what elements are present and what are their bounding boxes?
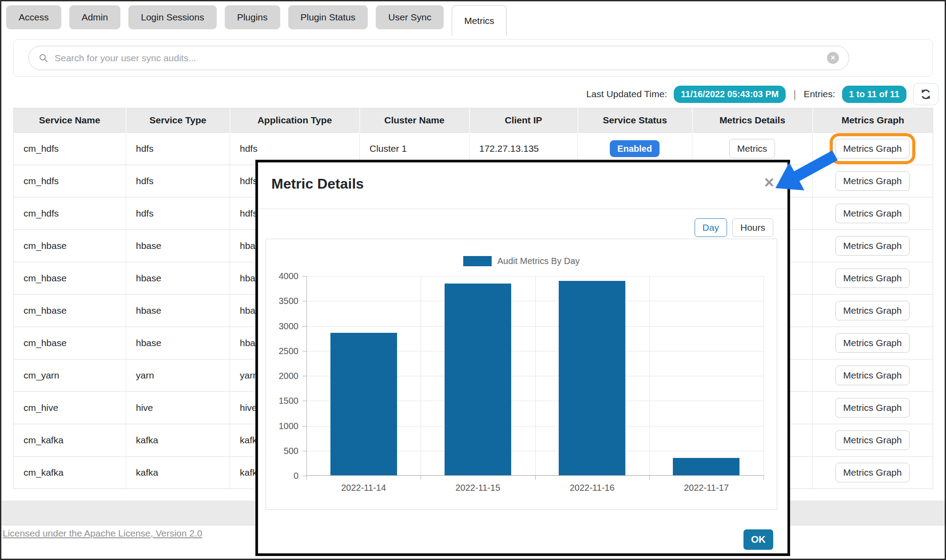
tab-login-sessions[interactable]: Login Sessions: [128, 5, 216, 29]
y-tick-mark: [302, 301, 306, 301]
service-type-cell: hbase: [126, 262, 230, 295]
clear-search-icon[interactable]: ×: [827, 52, 839, 64]
metrics-graph-cell: Metrics Graph: [813, 230, 933, 262]
metric-details-modal: Metric Details × Day Hours Audit Metrics…: [255, 160, 790, 556]
close-icon[interactable]: ×: [764, 174, 774, 191]
metrics-graph-button[interactable]: Metrics Graph: [835, 236, 910, 256]
x-tick-mark: [421, 476, 421, 480]
legend-swatch: [463, 256, 492, 266]
y-tick-label: 500: [284, 446, 298, 456]
search-input[interactable]: [54, 52, 822, 64]
chart-card: Audit Metrics By Day 0500100015002000250…: [266, 239, 777, 510]
service-name-cell: cm_kafka: [14, 457, 126, 489]
tab-plugins[interactable]: Plugins: [225, 5, 280, 29]
service-name-cell: cm_hbase: [14, 295, 126, 327]
service-name-cell: cm_hdfs: [14, 165, 126, 197]
y-tick-label: 2500: [279, 346, 299, 356]
tab-bar: AccessAdminLogin SessionsPluginsPlugin S…: [6, 5, 507, 35]
metrics-graph-button[interactable]: Metrics Graph: [835, 204, 910, 223]
metrics-graph-button[interactable]: Metrics Graph: [835, 171, 910, 191]
service-name-cell: cm_yarn: [14, 359, 126, 392]
ok-button[interactable]: OK: [743, 529, 773, 550]
legend-label: Audit Metrics By Day: [497, 256, 580, 266]
entries-label: Entries:: [803, 89, 835, 99]
metrics-graph-cell: Metrics Graph: [813, 133, 933, 165]
service-name-cell: cm_hdfs: [14, 197, 126, 230]
y-tick-mark: [302, 351, 306, 351]
metrics-graph-button[interactable]: Metrics Graph: [835, 398, 910, 418]
search-box[interactable]: ×: [28, 46, 849, 70]
column-header: Metrics Graph: [813, 108, 933, 133]
status-bar: Last Updated Time: 11/16/2022 05:43:03 P…: [586, 83, 938, 105]
metrics-graph-button[interactable]: Metrics Graph: [835, 268, 910, 288]
status-separator: |: [792, 88, 797, 100]
metrics-graph-button[interactable]: Metrics Graph: [835, 430, 910, 450]
metrics-graph-button[interactable]: Metrics Graph: [835, 366, 910, 385]
y-tick-mark: [302, 426, 306, 426]
gridline: [763, 276, 764, 476]
hours-button[interactable]: Hours: [732, 218, 773, 237]
service-type-cell: yarn: [126, 359, 230, 392]
gridline: [421, 276, 421, 476]
y-tick-label: 1500: [279, 396, 299, 406]
tab-plugin-status[interactable]: Plugin Status: [288, 5, 368, 29]
service-type-cell: hbase: [126, 230, 230, 262]
last-updated-label: Last Updated Time:: [586, 89, 667, 99]
y-tick-label: 1000: [279, 421, 299, 431]
tab-user-sync[interactable]: User Sync: [376, 5, 444, 29]
bar-2022-11-17: [673, 458, 739, 476]
tab-admin[interactable]: Admin: [69, 5, 121, 29]
metrics-graph-button[interactable]: Metrics Graph: [835, 301, 910, 320]
gridline: [649, 276, 650, 476]
column-header: Cluster Name: [360, 108, 469, 133]
tab-access[interactable]: Access: [6, 5, 61, 29]
table-header-row: Service NameService TypeApplication Type…: [14, 108, 933, 133]
y-tick-mark: [302, 276, 306, 276]
day-button[interactable]: Day: [695, 218, 727, 237]
metrics-graph-cell: Metrics Graph: [813, 359, 933, 392]
y-axis-line: [306, 276, 307, 476]
metrics-graph-button[interactable]: Metrics Graph: [835, 333, 910, 353]
metrics-button[interactable]: Metrics: [729, 139, 775, 158]
service-name-cell: cm_hdfs: [14, 133, 126, 165]
gridline: [535, 276, 536, 476]
modal-header: Metric Details ×: [258, 162, 787, 209]
entries-badge: 1 to 11 of 11: [842, 86, 906, 103]
column-header: Application Type: [230, 108, 360, 133]
x-axis-line: [306, 475, 763, 476]
status-badge: Enabled: [610, 140, 660, 157]
metrics-graph-cell: Metrics Graph: [813, 295, 933, 327]
metrics-graph-button[interactable]: Metrics Graph: [835, 463, 910, 482]
y-tick-label: 3000: [279, 321, 299, 331]
refresh-button[interactable]: [913, 83, 938, 105]
column-header: Client IP: [469, 108, 578, 133]
column-header: Metrics Details: [692, 108, 813, 133]
metrics-graph-button[interactable]: Metrics Graph: [835, 139, 910, 158]
metrics-graph-cell: Metrics Graph: [813, 197, 933, 230]
y-tick-mark: [302, 451, 306, 451]
x-tick-mark: [649, 476, 650, 480]
service-type-cell: hdfs: [126, 133, 230, 165]
bar-2022-11-14: [330, 333, 397, 476]
metrics-graph-cell: Metrics Graph: [813, 424, 933, 457]
metrics-graph-cell: Metrics Graph: [813, 327, 933, 359]
service-name-cell: cm_hbase: [14, 262, 126, 295]
y-tick-mark: [302, 326, 306, 327]
page: AccessAdminLogin SessionsPluginsPlugin S…: [0, 0, 946, 560]
service-name-cell: cm_hbase: [14, 327, 126, 359]
refresh-icon: [920, 88, 932, 100]
service-type-cell: hbase: [126, 327, 230, 359]
y-tick-label: 2000: [279, 371, 299, 381]
column-header: Service Type: [126, 108, 230, 133]
service-type-cell: hive: [126, 392, 230, 424]
tab-metrics[interactable]: Metrics: [452, 5, 507, 35]
y-tick-mark: [302, 476, 306, 476]
service-type-cell: hdfs: [126, 197, 230, 230]
x-tick-label: 2022-11-16: [570, 483, 615, 493]
service-type-cell: kafka: [126, 457, 230, 489]
license-link[interactable]: Licensed under the Apache License, Versi…: [3, 528, 203, 539]
metrics-graph-cell: Metrics Graph: [813, 457, 933, 489]
x-tick-mark: [763, 476, 764, 480]
modal-title: Metric Details: [271, 176, 364, 192]
metrics-graph-cell: Metrics Graph: [813, 392, 933, 424]
